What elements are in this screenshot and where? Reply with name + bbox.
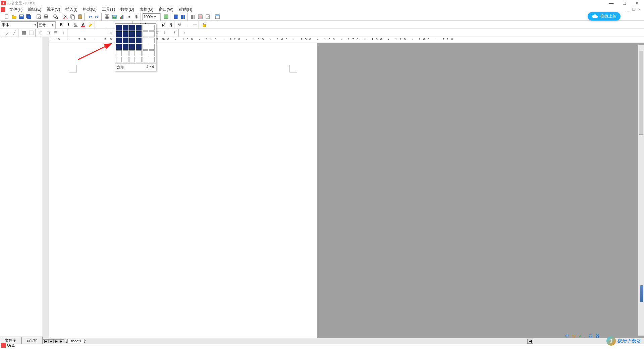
table-picker-cell[interactable] bbox=[123, 38, 128, 43]
columns-button[interactable] bbox=[189, 13, 197, 20]
table-picker-cell[interactable] bbox=[136, 38, 142, 43]
superscript-button[interactable]: R2 bbox=[159, 21, 166, 29]
border-button[interactable] bbox=[28, 29, 35, 37]
char-kern-button[interactable]: , bbox=[183, 21, 191, 29]
table-picker-cell[interactable] bbox=[129, 44, 135, 50]
hscroll-left[interactable]: ◀ bbox=[527, 339, 533, 344]
font-color-button[interactable]: A bbox=[79, 21, 87, 29]
view-normal-button[interactable] bbox=[162, 13, 170, 20]
menu-format[interactable]: 格式(O) bbox=[80, 6, 99, 13]
header-footer-button[interactable] bbox=[214, 13, 221, 20]
table-picker-cell[interactable] bbox=[116, 50, 122, 56]
ime-pad[interactable]: 器 bbox=[595, 333, 600, 339]
menu-view[interactable]: 视图(V) bbox=[44, 6, 63, 13]
minimize-button[interactable]: ― bbox=[609, 0, 614, 6]
table-picker-cell[interactable] bbox=[149, 31, 155, 37]
char-spacing-button[interactable]: % bbox=[176, 21, 183, 29]
ime-lang[interactable]: 中 bbox=[564, 333, 570, 339]
maximize-button[interactable]: □ bbox=[623, 0, 626, 6]
highlight-button[interactable] bbox=[87, 21, 94, 29]
subscript-button[interactable]: R2 bbox=[166, 21, 174, 29]
menu-window[interactable]: 窗口(W) bbox=[156, 6, 176, 13]
page-setup-button[interactable] bbox=[204, 13, 211, 20]
menu-help[interactable]: 帮助(H) bbox=[176, 6, 195, 13]
menu-table[interactable]: 表格(G) bbox=[137, 6, 156, 13]
table-picker-cell[interactable] bbox=[136, 31, 142, 37]
document-page[interactable] bbox=[49, 43, 317, 338]
sheet-nav-first[interactable]: |◀ bbox=[43, 339, 48, 343]
view-page-button[interactable] bbox=[172, 13, 179, 20]
distribute-cols-button[interactable]: ⦀ bbox=[59, 29, 67, 37]
table-picker-cell[interactable] bbox=[129, 31, 135, 37]
bold-button[interactable]: B bbox=[57, 21, 65, 29]
menu-edit[interactable]: 编辑(E) bbox=[25, 6, 44, 13]
print-button[interactable] bbox=[42, 13, 50, 20]
sheet-nav-next[interactable]: ▶ bbox=[54, 339, 59, 343]
table-picker-cell[interactable] bbox=[129, 50, 135, 56]
table-picker-cell[interactable] bbox=[116, 38, 122, 43]
autosum-button[interactable]: ƒ bbox=[171, 29, 178, 37]
table-picker-cell[interactable] bbox=[149, 57, 155, 62]
close-button[interactable]: ✕ bbox=[635, 0, 639, 6]
table-picker-cell[interactable] bbox=[136, 44, 142, 50]
sort-button[interactable]: ↕ bbox=[180, 29, 188, 37]
paste-button[interactable] bbox=[76, 13, 84, 20]
table-picker-cell[interactable] bbox=[129, 57, 135, 62]
text-direction-button[interactable] bbox=[197, 13, 204, 20]
scrollbar-thumb[interactable] bbox=[639, 51, 643, 135]
line-button[interactable]: ╱ bbox=[10, 29, 18, 37]
copy-button[interactable] bbox=[69, 13, 76, 20]
table-picker-custom[interactable]: 定制 bbox=[117, 65, 124, 70]
font-name-combo[interactable]: 宋体▼ bbox=[1, 21, 38, 28]
table-picker-cell[interactable] bbox=[143, 31, 148, 37]
ime-punct[interactable]: , bbox=[583, 334, 586, 339]
table-picker-cell[interactable] bbox=[149, 25, 155, 31]
table-picker-cell[interactable] bbox=[123, 57, 128, 62]
table-picker-cell[interactable] bbox=[116, 25, 122, 31]
menu-tools[interactable]: 工具(T) bbox=[99, 6, 118, 13]
table-picker-cell[interactable] bbox=[143, 25, 148, 31]
save-all-button[interactable] bbox=[25, 13, 33, 20]
insert-image-button[interactable] bbox=[111, 13, 118, 20]
table-picker-cell[interactable] bbox=[136, 25, 142, 31]
table-picker-cell[interactable] bbox=[149, 50, 155, 56]
ime-toolbar[interactable]: 中 W √ , 四 器 bbox=[564, 333, 601, 339]
upload-button[interactable]: 拖拽上传 bbox=[588, 12, 621, 20]
sheet-nav-last[interactable]: ▶| bbox=[59, 339, 64, 343]
sheet-nav-prev[interactable]: ◀ bbox=[48, 339, 54, 343]
table-picker-cell[interactable] bbox=[143, 50, 148, 56]
table-picker-cell[interactable] bbox=[123, 31, 128, 37]
insert-equation-button[interactable]: Ψ bbox=[133, 13, 140, 20]
menu-insert[interactable]: 插入(I) bbox=[63, 6, 80, 13]
sheet-tab[interactable]: sheet1 bbox=[67, 339, 85, 343]
mdi-close[interactable]: × bbox=[637, 7, 641, 12]
table-picker-cell[interactable] bbox=[129, 25, 135, 31]
side-handle[interactable] bbox=[640, 285, 643, 302]
lock-button[interactable] bbox=[201, 21, 208, 29]
table-picker-cell[interactable] bbox=[116, 57, 122, 62]
open-button[interactable] bbox=[10, 13, 18, 20]
ime-check[interactable]: √ bbox=[578, 334, 582, 339]
table-picker-cell[interactable] bbox=[143, 57, 148, 62]
table-picker-cell[interactable] bbox=[149, 44, 155, 50]
vertical-ruler[interactable] bbox=[43, 43, 49, 338]
fill-color-button[interactable] bbox=[20, 29, 28, 37]
menu-file[interactable]: 文件(F) bbox=[7, 6, 25, 13]
redo-button[interactable] bbox=[94, 13, 101, 20]
mdi-minimize[interactable]: _ bbox=[626, 7, 630, 12]
zoom-combo[interactable]: 100%▼ bbox=[143, 13, 160, 20]
char-position-button[interactable]: ᠁ bbox=[191, 21, 198, 29]
table-picker-cell[interactable] bbox=[123, 25, 128, 31]
save-button[interactable] bbox=[18, 13, 25, 20]
table-picker-cell[interactable] bbox=[129, 38, 135, 43]
table-picker-cell[interactable] bbox=[143, 38, 148, 43]
table-picker-cell[interactable] bbox=[136, 57, 142, 62]
table-picker-cell[interactable] bbox=[123, 44, 128, 50]
table-picker-cell[interactable] bbox=[136, 50, 142, 56]
distribute-rows-button[interactable]: ☰ bbox=[52, 29, 59, 37]
insert-symbol-button[interactable]: ♦ bbox=[125, 13, 133, 20]
font-size-combo[interactable]: 五号▼ bbox=[38, 21, 55, 28]
table-picker-cell[interactable] bbox=[116, 31, 122, 37]
view-split-button[interactable] bbox=[179, 13, 187, 20]
ime-full[interactable]: 四 bbox=[588, 333, 593, 339]
